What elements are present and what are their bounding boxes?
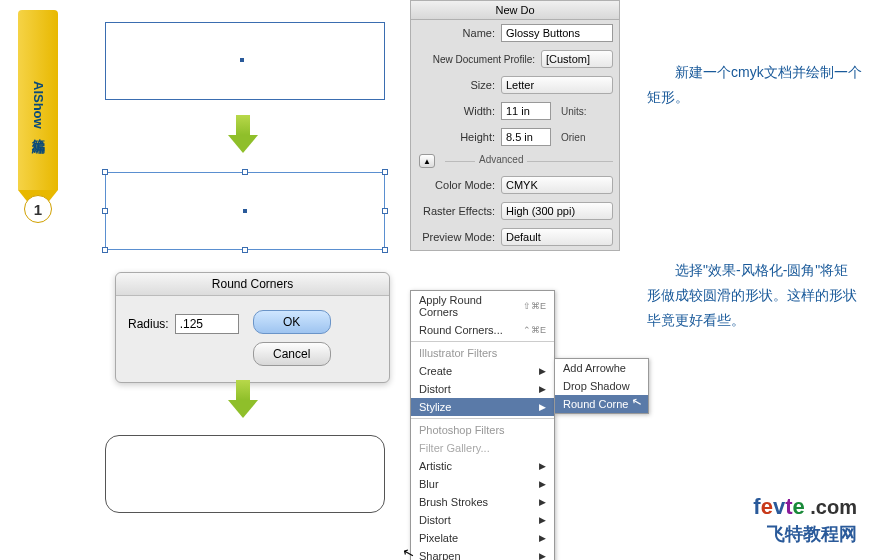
menu-distort[interactable]: Distort▶ (411, 380, 554, 398)
menu-artistic[interactable]: Artistic▶ (411, 457, 554, 475)
menu-separator (411, 341, 554, 342)
preview-label: Preview Mode: (417, 231, 495, 243)
menu-brush-strokes[interactable]: Brush Strokes▶ (411, 493, 554, 511)
menu-blur[interactable]: Blur▶ (411, 475, 554, 493)
advanced-toggle[interactable]: ▲ (419, 154, 435, 168)
banner-label: AIShow編篤 (18, 10, 58, 190)
step-number: 1 (24, 195, 52, 223)
handle-icon[interactable] (102, 208, 108, 214)
preview-select[interactable]: Default (501, 228, 613, 246)
raster-label: Raster Effects: (417, 205, 495, 217)
rectangle-sharp (105, 22, 385, 100)
colormode-label: Color Mode: (417, 179, 495, 191)
advanced-label: Advanced (475, 154, 527, 165)
handle-icon[interactable] (382, 247, 388, 253)
dialog-title: Round Corners (116, 273, 389, 296)
radius-label: Radius: (128, 317, 169, 331)
handle-icon[interactable] (242, 247, 248, 253)
handle-icon[interactable] (382, 208, 388, 214)
height-input[interactable] (501, 128, 551, 146)
menu-separator (411, 418, 554, 419)
handle-icon[interactable] (102, 247, 108, 253)
cancel-button[interactable]: Cancel (253, 342, 331, 366)
arrow-down-icon (228, 115, 258, 155)
site-logo: fevte .com 飞特教程网 (753, 494, 857, 546)
instruction-text-2: 选择"效果-风格化-圆角"将矩形做成较圆滑的形状。这样的形状毕竟更好看些。 (647, 258, 862, 334)
arrow-down-icon (228, 380, 258, 420)
menu-pixelate[interactable]: Pixelate▶ (411, 529, 554, 547)
menu-apply-round-corners[interactable]: Apply Round Corners⇧⌘E (411, 291, 554, 321)
menu-create[interactable]: Create▶ (411, 362, 554, 380)
dialog-title: New Do (411, 1, 619, 20)
width-input[interactable] (501, 102, 551, 120)
units-label: Units: (561, 106, 587, 117)
menu-header-photoshop: Photoshop Filters (411, 421, 554, 439)
submenu-add-arrowheads[interactable]: Add Arrowhe (555, 359, 648, 377)
size-label: Size: (417, 79, 495, 91)
menu-stylize[interactable]: Stylize▶ (411, 398, 554, 416)
size-select[interactable]: Letter (501, 76, 613, 94)
new-document-dialog: New Do Name: New Document Profile: [Cust… (410, 0, 620, 251)
rectangle-selected[interactable] (105, 172, 385, 250)
raster-select[interactable]: High (300 ppi) (501, 202, 613, 220)
menu-sharpen[interactable]: Sharpen▶ (411, 547, 554, 560)
orient-label: Orien (561, 132, 585, 143)
rectangle-rounded (105, 435, 385, 513)
handle-icon[interactable] (242, 169, 248, 175)
name-input[interactable] (501, 24, 613, 42)
effects-menu: Apply Round Corners⇧⌘E Round Corners...⌃… (410, 290, 555, 560)
handle-icon[interactable] (102, 169, 108, 175)
menu-round-corners-edit[interactable]: Round Corners...⌃⌘E (411, 321, 554, 339)
menu-distort2[interactable]: Distort▶ (411, 511, 554, 529)
colormode-select[interactable]: CMYK (501, 176, 613, 194)
radius-input[interactable] (175, 314, 239, 334)
handle-icon[interactable] (382, 169, 388, 175)
profile-label: New Document Profile: (417, 54, 535, 65)
menu-filter-gallery[interactable]: Filter Gallery... (411, 439, 554, 457)
name-label: Name: (417, 27, 495, 39)
width-label: Width: (417, 105, 495, 117)
instruction-text-1: 新建一个cmyk文档并绘制一个矩形。 (647, 60, 862, 110)
submenu-drop-shadow[interactable]: Drop Shadow (555, 377, 648, 395)
rectangle-center-dot (243, 209, 247, 213)
ok-button[interactable]: OK (253, 310, 331, 334)
rectangle-center-dot (240, 58, 244, 62)
round-corners-dialog: Round Corners Radius: OK Cancel (115, 272, 390, 383)
profile-select[interactable]: [Custom] (541, 50, 613, 68)
height-label: Height: (417, 131, 495, 143)
menu-header-illustrator: Illustrator Filters (411, 344, 554, 362)
